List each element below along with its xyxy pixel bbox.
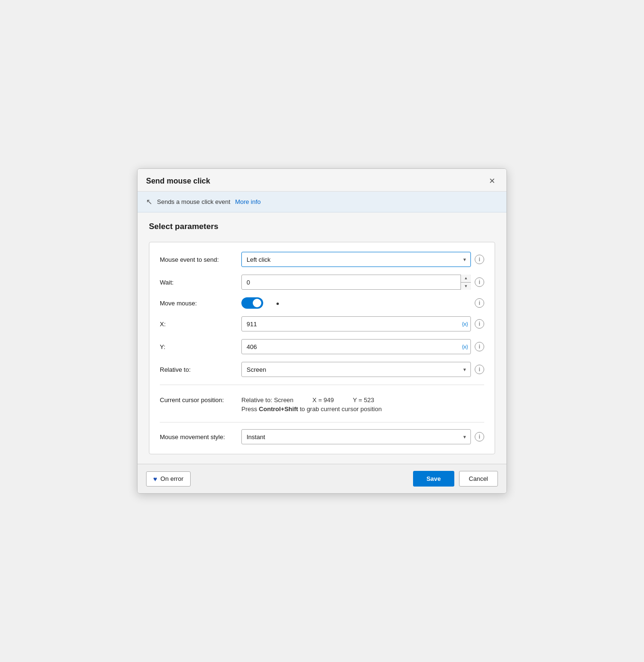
relative-to-row: Relative to: Screen Window Element ▾ i [160,362,484,377]
cursor-line2: Press Control+Shift to grab current curs… [241,405,484,413]
dialog-title: Send mouse click [146,177,210,185]
movement-style-select-wrapper: Instant Linear Smooth ▾ [241,429,471,444]
movement-style-info-icon[interactable]: i [475,432,484,441]
relative-to-label: Relative to: [160,366,236,373]
cursor-hint-text: Press [241,405,257,413]
movement-style-select[interactable]: Instant Linear Smooth [241,429,471,444]
cursor-relative-text: Relative to: Screen [241,396,294,404]
cursor-section: Current cursor position: Relative to: Sc… [160,392,484,415]
y-control: {x} i [241,339,484,354]
footer-actions: Save Cancel [413,471,498,487]
toggle-slider [241,297,263,309]
move-mouse-row: Move mouse: i [160,297,484,309]
wait-spinner-wrapper: ▲ ▼ [241,275,471,290]
send-mouse-click-dialog: Send mouse click ✕ ↖ Sends a mouse click… [137,168,507,494]
x-row: X: {x} i [160,316,484,331]
form-area: Mouse event to send: Left click Right cl… [149,242,495,454]
on-error-label: On error [160,475,183,482]
cursor-hint-rest: to grab current cursor position [300,405,382,413]
cursor-line1: Relative to: Screen X = 949 Y = 523 [241,396,484,404]
y-var-button[interactable]: {x} [462,344,468,349]
relative-to-info-icon[interactable]: i [475,365,484,374]
cursor-icon: ↖ [146,197,152,206]
movement-style-control: Instant Linear Smooth ▾ i [241,429,484,444]
x-var-button[interactable]: {x} [462,321,468,327]
x-input-wrapper: {x} [241,316,471,331]
separator-1 [160,385,484,385]
section-title: Select parameters [149,222,495,231]
wait-spinner-down[interactable]: ▼ [461,283,471,290]
cursor-y-value: Y = 523 [353,396,374,404]
cursor-position-label: Current cursor position: [160,396,236,404]
close-button[interactable]: ✕ [486,175,498,186]
mouse-event-info-icon[interactable]: i [475,255,484,264]
wait-row: Wait: ▲ ▼ i [160,275,484,290]
content-area: Select parameters Mouse event to send: L… [138,212,506,464]
heart-icon: ♥ [153,475,157,483]
movement-style-label: Mouse movement style: [160,433,236,441]
mouse-event-select-wrapper: Left click Right click Double click Midd… [241,252,471,267]
x-control: {x} i [241,316,484,331]
cursor-info: Relative to: Screen X = 949 Y = 523 Pres… [241,396,484,413]
separator-2 [160,422,484,423]
cancel-button[interactable]: Cancel [459,471,498,487]
info-banner-text: Sends a mouse click event [157,198,230,205]
relative-to-select-wrapper: Screen Window Element ▾ [241,362,471,377]
y-info-icon[interactable]: i [475,342,484,351]
wait-info-icon[interactable]: i [475,277,484,287]
cursor-x-value: X = 949 [313,396,334,404]
x-info-icon[interactable]: i [475,319,484,329]
movement-style-row: Mouse movement style: Instant Linear Smo… [160,429,484,444]
move-mouse-label: Move mouse: [160,300,236,307]
save-button[interactable]: Save [413,471,454,487]
x-label: X: [160,321,236,328]
more-info-link[interactable]: More info [235,198,261,205]
title-bar: Send mouse click ✕ [138,169,506,192]
y-input[interactable] [241,339,471,354]
move-mouse-info-icon[interactable]: i [475,298,484,308]
mouse-event-select[interactable]: Left click Right click Double click Midd… [241,252,471,267]
y-input-wrapper: {x} [241,339,471,354]
wait-label: Wait: [160,279,236,286]
move-mouse-control: i [241,297,484,309]
wait-spinner-arrows: ▲ ▼ [460,275,471,290]
info-banner: ↖ Sends a mouse click event More info [138,192,506,212]
cursor-hint-bold: Control+Shift [259,405,298,413]
y-row: Y: {x} i [160,339,484,354]
relative-to-select[interactable]: Screen Window Element [241,362,471,377]
x-input[interactable] [241,316,471,331]
wait-spinner-up[interactable]: ▲ [461,275,471,283]
mouse-event-row: Mouse event to send: Left click Right cl… [160,252,484,267]
dot-indicator [276,303,279,305]
cursor-row: Current cursor position: Relative to: Sc… [160,396,484,413]
wait-input[interactable] [241,275,471,290]
mouse-event-control: Left click Right click Double click Midd… [241,252,484,267]
on-error-button[interactable]: ♥ On error [146,471,191,487]
footer: ♥ On error Save Cancel [138,464,506,493]
mouse-event-label: Mouse event to send: [160,256,236,263]
wait-control: ▲ ▼ i [241,275,484,290]
y-label: Y: [160,343,236,350]
relative-to-control: Screen Window Element ▾ i [241,362,484,377]
move-mouse-toggle[interactable] [241,297,263,309]
